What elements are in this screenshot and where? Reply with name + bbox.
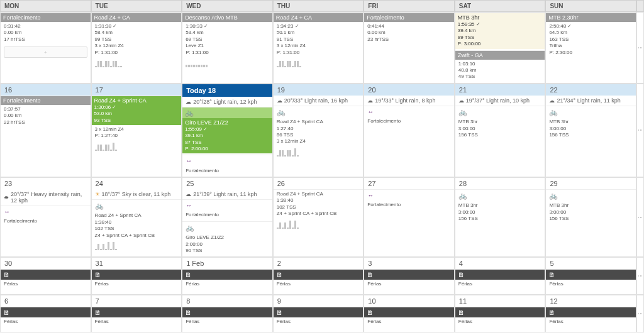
day-cell[interactable]: Road Z4 + CA 1:31:38 ✓58.4 km99 TSS3 x 1… — [91, 12, 182, 84]
day-number: 21 — [455, 84, 545, 96]
week-menu[interactable]: ⋮ — [636, 177, 644, 257]
week-menu[interactable]: ⋮ — [636, 257, 644, 295]
day-cell[interactable]: 19 20°/33° Light rain, 16 kph 🚲 Road Z4 … — [273, 84, 364, 177]
day-header-thu: THU — [273, 0, 364, 12]
day-cell[interactable]: 29 🚲 MTB 3hr3:00:00156 TSS — [545, 177, 636, 257]
file-icon: 🗎 — [3, 271, 88, 278]
day-cell[interactable]: Fortalecimento 0:41:440.00 km23 hrTSS — [364, 12, 455, 84]
day-cell-today[interactable]: Today 18 20°/28° Light rain, 12 kph 🚲 Gi… — [182, 84, 273, 177]
workout-bars — [274, 57, 364, 69]
day-header-sat: SAT — [455, 0, 546, 12]
day-cell[interactable]: 28 🚲 MTB 3hr3:00:00156 TSS — [455, 177, 546, 257]
day-number: 20 — [364, 84, 454, 96]
cloud-icon — [186, 191, 191, 197]
cloud-icon — [367, 97, 373, 104]
day-cell[interactable]: 7 🗎Férias — [91, 295, 182, 332]
file-icon: 🗎 — [185, 271, 270, 278]
weather-info: 20°/33° Light rain, 16 kph — [274, 96, 364, 106]
day-cell[interactable]: 25 21°/39° Light rain, 11 kph ↔ Fortalec… — [182, 177, 273, 257]
day-cell[interactable]: 6 🗎Férias — [0, 295, 91, 332]
day-cell[interactable]: 2 🗎Férias — [273, 257, 364, 295]
file-icon: 🗎 — [94, 309, 179, 316]
day-cell[interactable]: 24 18°/37° Sky is clear, 11 kph 🚲 Road Z… — [91, 177, 182, 257]
day-cell[interactable]: 5 🗎Férias — [545, 257, 636, 295]
file-icon: 🗎 — [367, 271, 452, 278]
file-icon: 🗎 — [276, 309, 361, 316]
day-cell[interactable]: Fortalecimento 0:31:420.00 km17 hrTSS + — [0, 12, 91, 84]
workout-bars — [92, 141, 182, 152]
file-icon: 🗎 — [276, 271, 361, 278]
strength-icon: ↔ — [186, 157, 192, 164]
day-cell[interactable]: 20 19°/33° Light rain, 8 kph ↔ Fortaleci… — [364, 84, 455, 177]
bike-icon: 🚲 — [185, 109, 270, 117]
sun-icon — [95, 191, 100, 197]
file-icon: 🗎 — [185, 309, 270, 316]
day-cell[interactable]: 1 Feb 🗎Férias — [182, 257, 273, 295]
cloud-icon — [277, 97, 282, 104]
file-icon: 🗎 — [458, 309, 543, 316]
workout-title: Fortalecimento — [3, 14, 88, 21]
bike-icon: 🚲 — [549, 192, 558, 199]
day-cell[interactable]: MTB 3hr 1:59:35 ✓39.4 km89 TSSP: 3:00:00… — [455, 12, 546, 84]
day-cell[interactable]: 30 🗎Férias — [0, 257, 91, 295]
weather-info: 18°/37° Sky is clear, 11 kph — [92, 189, 182, 199]
day-header-wed: WED — [182, 0, 273, 12]
workout-bars — [92, 240, 182, 251]
day-cell[interactable]: 27 ↔ Fortalecimento — [364, 177, 455, 257]
day-header-fri: FRI — [364, 0, 455, 12]
file-icon: 🗎 — [458, 271, 543, 278]
week-menu[interactable]: ⋮ — [636, 295, 644, 332]
day-cell[interactable]: 16 Fortalecimento 0:37:570.00 km22 hrTSS — [0, 84, 91, 177]
cloud-icon — [458, 97, 464, 104]
day-cell[interactable]: Road Z4 + CA 1:34:23 ✓50.1 km91 TSS3 x 1… — [273, 12, 364, 84]
day-cell[interactable]: 12 🗎Férias — [545, 295, 636, 332]
weather-info: 19°/37° Light rain, 10 kph — [455, 96, 545, 106]
file-icon: 🗎 — [548, 309, 633, 316]
bike-icon: 🚲 — [277, 108, 286, 116]
day-number: 17 — [92, 84, 182, 96]
weather-info: 20°/28° Light rain, 12 kph — [182, 97, 272, 107]
file-icon: 🗎 — [94, 271, 179, 278]
workout-bars — [274, 219, 364, 230]
strength-icon: ↔ — [4, 208, 10, 215]
weather-info: 19°/33° Light rain, 8 kph — [364, 96, 454, 106]
cloud-icon — [549, 97, 555, 104]
strength-icon: ↔ — [367, 108, 374, 115]
cloud-icon — [186, 99, 191, 105]
workout-bars — [92, 57, 182, 69]
day-cell[interactable]: 21 19°/37° Light rain, 10 kph 🚲 MTB 3hr3… — [455, 84, 546, 177]
bike-icon: 🚲 — [186, 224, 194, 231]
day-number: 16 — [1, 84, 91, 96]
day-cell[interactable]: 10 🗎Férias — [364, 295, 455, 332]
day-cell[interactable]: 4 🗎Férias — [455, 257, 546, 295]
bike-icon: 🚲 — [95, 202, 104, 209]
day-number-today: Today 18 — [182, 84, 272, 97]
header-extra — [636, 0, 644, 12]
file-icon: 🗎 — [3, 309, 88, 316]
rain-icon — [4, 194, 9, 200]
day-cell[interactable]: Descanso Ativo MTB 1:30:33 ✓53.4 km69 TS… — [182, 12, 273, 84]
calendar-grid: MON TUE WED THU FRI SAT SUN Fortalecimen… — [0, 0, 644, 332]
week-menu[interactable]: ⋮ — [636, 12, 644, 84]
weather-info: 21°/39° Light rain, 11 kph — [182, 189, 272, 199]
strength-icon: ↔ — [186, 202, 192, 209]
add-workout-button[interactable]: + — [4, 47, 87, 58]
day-cell[interactable]: 8 🗎Férias — [182, 295, 273, 332]
day-cell[interactable]: 11 🗎Férias — [455, 295, 546, 332]
day-header-tue: TUE — [91, 0, 182, 12]
day-cell[interactable]: 26 Road Z4 + Sprint CA1:38:40102 TSSZ4 +… — [273, 177, 364, 257]
workout-bars — [274, 146, 364, 158]
day-cell[interactable]: 22 21°/34° Light rain, 11 kph 🚲 MTB 3hr3… — [545, 84, 636, 177]
day-cell[interactable]: 31 🗎Férias — [91, 257, 182, 295]
day-number: 19 — [274, 84, 364, 96]
day-header-sun: SUN — [545, 0, 636, 12]
day-cell[interactable]: 23 20°/37° Heavy intensity rain, 12 kph … — [0, 177, 91, 257]
day-cell[interactable]: MTB 2.30hr 2:50:48 ✓64.5 km163 TSSTrilha… — [545, 12, 636, 84]
day-cell[interactable]: 9 🗎Férias — [273, 295, 364, 332]
day-cell[interactable]: 3 🗎Férias — [364, 257, 455, 295]
day-cell[interactable]: 17 Road Z4 + Sprint CA 1:30:06 ✓53.0 km9… — [91, 84, 182, 177]
bike-icon: 🚲 — [458, 192, 467, 199]
strength-icon: ↔ — [367, 192, 374, 199]
week-menu[interactable]: ⋮ — [636, 84, 644, 177]
day-header-mon: MON — [0, 0, 91, 12]
